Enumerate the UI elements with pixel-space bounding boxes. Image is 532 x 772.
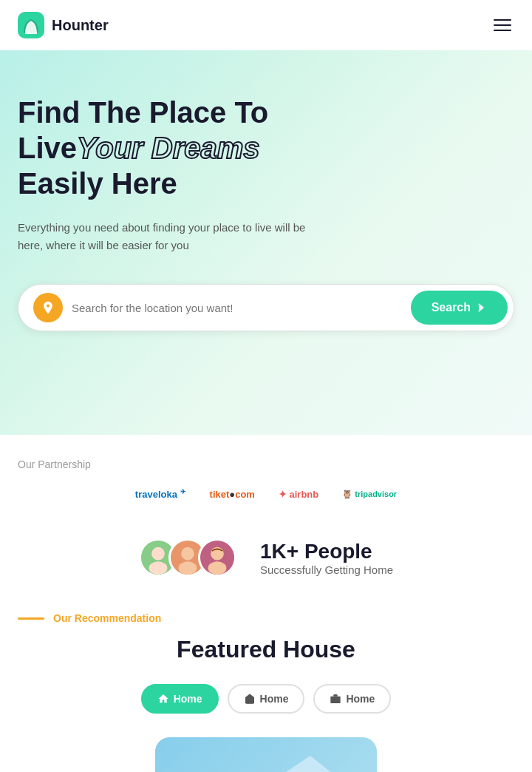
stats-description: Successfully Getting Home <box>260 563 393 576</box>
svg-point-3 <box>149 562 168 575</box>
category-tab-home-3[interactable]: Home <box>313 684 391 714</box>
category-tab-home-1-label: Home <box>174 693 202 705</box>
category-tab-home-3-label: Home <box>346 693 375 705</box>
hamburger-line-2 <box>494 24 511 26</box>
hero-title-live: Live <box>18 132 77 164</box>
airbnb-logo: ✦ airbnb <box>279 489 318 500</box>
header: Hounter <box>0 0 532 50</box>
location-pin-icon <box>41 300 55 315</box>
house-illustration <box>229 737 377 772</box>
category-tab-home-2-label: Home <box>260 693 289 705</box>
logo-text: Hounter <box>52 17 109 34</box>
search-button[interactable]: Search <box>411 291 508 325</box>
svg-point-5 <box>181 547 194 561</box>
logo-area: Hounter <box>18 12 109 38</box>
location-icon-wrapper <box>33 293 63 322</box>
house-preview: New house <box>18 737 514 772</box>
category-tab-home-2[interactable]: Home <box>228 684 305 714</box>
stats-section: 1K+ People Successfully Getting Home <box>0 515 532 612</box>
hero-title-line1: Find The Place To <box>18 96 268 129</box>
svg-point-9 <box>208 562 227 575</box>
avatar-3 <box>198 538 236 577</box>
rec-line-decoration <box>18 617 44 620</box>
home-icon-1 <box>157 693 169 705</box>
hero-section: Find The Place To LiveYour Dreams Easily… <box>0 50 532 435</box>
home-icon-2 <box>244 693 256 705</box>
hero-subtitle: Everything you need about finding your p… <box>18 219 328 254</box>
rec-title: Featured House <box>18 636 514 663</box>
avatar-group <box>139 538 236 577</box>
stats-number: 1K+ People <box>260 540 393 563</box>
tiket-logo: tiket●com <box>210 489 255 500</box>
house-card[interactable]: New house <box>155 737 377 772</box>
hamburger-line-1 <box>494 19 511 21</box>
chevron-right-icon <box>475 302 487 314</box>
stats-text: 1K+ People Successfully Getting Home <box>260 540 393 576</box>
partnership-label: Our Partnership <box>18 458 514 470</box>
hero-title: Find The Place To LiveYour Dreams Easily… <box>18 95 514 201</box>
category-tabs: Home Home Home <box>18 684 514 714</box>
rec-label: Our Recommendation <box>53 612 161 624</box>
svg-marker-13 <box>266 756 347 772</box>
home-icon-3 <box>330 693 341 705</box>
partnership-section: Our Partnership traveloka ✈ tiket●com ✦ … <box>0 435 532 515</box>
traveloka-logo: traveloka ✈ <box>135 488 186 500</box>
hamburger-menu[interactable] <box>491 16 514 34</box>
rec-label-row: Our Recommendation <box>18 612 514 624</box>
hero-title-outline: Your Dreams <box>77 132 260 164</box>
hamburger-line-3 <box>494 30 511 31</box>
search-bar: Search <box>18 284 514 331</box>
recommendation-section: Our Recommendation Featured House Home H… <box>0 612 532 772</box>
tripadvisor-logo: 🦉 tripadvisor <box>342 490 397 499</box>
svg-point-6 <box>179 562 197 575</box>
search-input[interactable] <box>72 302 411 314</box>
partner-logos: traveloka ✈ tiket●com ✦ airbnb 🦉 tripadv… <box>18 488 514 500</box>
hero-title-line3: Easily Here <box>18 167 177 200</box>
logo-icon <box>18 12 44 38</box>
house-card-background <box>155 737 377 772</box>
search-button-label: Search <box>432 301 471 314</box>
svg-point-2 <box>151 547 165 561</box>
category-tab-home-1[interactable]: Home <box>141 684 219 714</box>
